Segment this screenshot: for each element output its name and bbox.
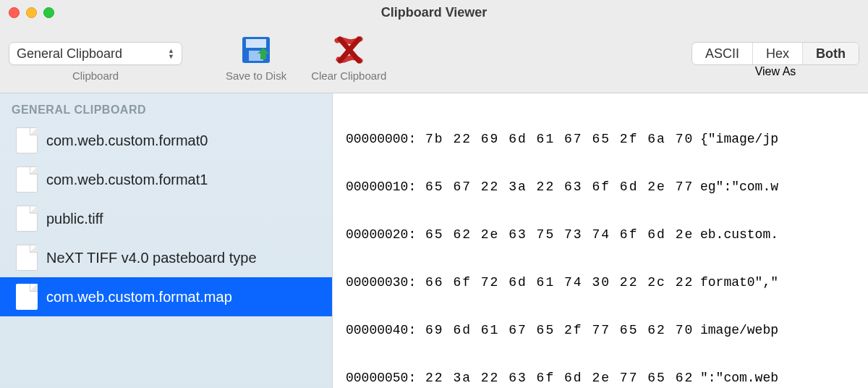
file-icon [16,166,38,193]
list-item[interactable]: public.tiff [0,199,332,238]
hex-addr: 00000020: [346,227,425,242]
list-item-label: com.web.custom.format.map [46,289,232,305]
list-item-label: com.web.custom.format1 [46,172,208,188]
clipboard-select-group: General Clipboard ▲▼ Clipboard [9,28,182,82]
hex-addr: 00000010: [346,179,425,195]
file-icon [16,245,38,271]
list-item-label: NeXT TIFF v4.0 pasteboard type [46,250,257,266]
view-as-hex[interactable]: Hex [753,43,803,64]
hex-bytes: 66 6f 72 6d 61 74 30 22 2c 22 [425,274,700,290]
window-title: Clipboard Viewer [0,5,868,20]
hex-line: 00000000:7b 22 69 6d 61 67 65 2f 6a 70{"… [346,131,855,147]
titlebar: Clipboard Viewer [0,0,868,25]
hex-line: 00000040:69 6d 61 67 65 2f 77 65 62 70im… [346,322,855,338]
toolbar: General Clipboard ▲▼ Clipboard Save to D… [0,25,868,93]
view-as-label: View As [755,65,796,78]
hex-line: 00000020:65 62 2e 63 75 73 74 6f 6d 2eeb… [346,227,855,242]
file-icon [16,206,38,232]
view-as-group: ASCII Hex Both View As [692,28,859,78]
list-item[interactable]: NeXT TIFF v4.0 pasteboard type [0,238,332,277]
hex-bytes: 7b 22 69 6d 61 67 65 2f 6a 70 [425,131,700,147]
view-as-both[interactable]: Both [803,43,859,64]
clear-clipboard-label: Clear Clipboard [311,69,386,82]
list-item-selected[interactable]: com.web.custom.format.map [0,277,332,316]
hex-bytes: 65 67 22 3a 22 63 6f 6d 2e 77 [425,179,700,195]
hex-dump-view: 00000000:7b 22 69 6d 61 67 65 2f 6a 70{"… [333,93,868,388]
updown-chevron-icon: ▲▼ [168,48,174,59]
clear-clipboard-button[interactable]: Clear Clipboard [311,28,386,82]
file-icon [16,284,38,310]
hex-addr: 00000050: [346,370,425,386]
hex-addr: 00000030: [346,274,425,290]
hex-ascii: {"image/jp [700,131,778,147]
sidebar-section-header: GENERAL CLIPBOARD [0,99,332,121]
window-controls [9,7,54,18]
svg-rect-1 [246,39,266,48]
clipboard-select[interactable]: General Clipboard ▲▼ [9,42,182,65]
hex-bytes: 69 6d 61 67 65 2f 77 65 62 70 [425,322,700,338]
main-area: GENERAL CLIPBOARD com.web.custom.format0… [0,93,868,388]
list-item[interactable]: com.web.custom.format0 [0,121,332,160]
hex-line: 00000010:65 67 22 3a 22 63 6f 6d 2e 77eg… [346,179,855,195]
view-as-ascii[interactable]: ASCII [692,43,753,64]
list-item-label: com.web.custom.format0 [46,132,208,149]
hex-addr: 00000040: [346,322,425,338]
hex-bytes: 22 3a 22 63 6f 6d 2e 77 65 62 [425,370,700,386]
hex-line: 00000050:22 3a 22 63 6f 6d 2e 77 65 62":… [346,370,855,386]
hex-ascii: eb.custom. [700,227,778,242]
view-as-segmented: ASCII Hex Both [692,42,859,65]
hex-line: 00000030:66 6f 72 6d 61 74 30 22 2c 22fo… [346,274,855,290]
hex-ascii: image/webp [700,322,778,338]
list-item-label: public.tiff [46,211,103,227]
save-to-disk-button[interactable]: Save to Disk [226,28,286,82]
floppy-disk-icon [240,35,272,65]
clipboard-select-value: General Clipboard [17,46,122,62]
fullscreen-window-button[interactable] [43,7,54,18]
close-window-button[interactable] [9,7,20,18]
clipboard-select-label: Clipboard [72,69,119,82]
hex-addr: 00000000: [346,131,425,147]
save-to-disk-label: Save to Disk [226,69,286,82]
minimize-window-button[interactable] [26,7,37,18]
red-x-icon [333,35,365,65]
hex-ascii: ":"com.web [700,370,778,386]
list-item[interactable]: com.web.custom.format1 [0,160,332,199]
hex-ascii: eg":"com.w [700,179,778,195]
hex-bytes: 65 62 2e 63 75 73 74 6f 6d 2e [425,227,700,242]
sidebar: GENERAL CLIPBOARD com.web.custom.format0… [0,93,333,388]
file-icon [16,127,38,153]
hex-ascii: format0"," [700,274,778,290]
